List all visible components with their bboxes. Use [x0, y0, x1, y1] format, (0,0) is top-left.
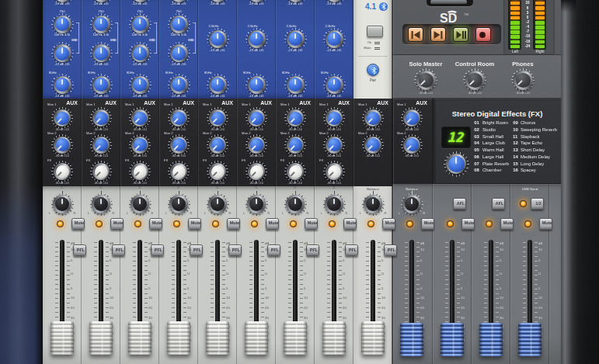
- strip-separator: [314, 0, 315, 364]
- mixer-front-panel: -15 dB +15750140 Hz 3.5kMID-15 dB +1580H…: [0, 0, 599, 364]
- super-channel-top-background: [353, 0, 392, 99]
- strip-separator: [549, 184, 550, 364]
- strip-separator: [120, 0, 121, 364]
- strip-separator: [236, 0, 238, 364]
- strip-separator: [432, 99, 434, 184]
- fx-panel-background: [434, 99, 561, 184]
- monitor-fx-divider: [392, 98, 561, 99]
- recorder-panel-background: [392, 0, 561, 56]
- strip-separator: [353, 0, 354, 364]
- super-channel-fader-background: [353, 186, 392, 364]
- right-bezel-top-shade: [561, 0, 576, 12]
- aux-section-background: [43, 99, 433, 186]
- strip-separator: [432, 184, 434, 364]
- right-side-bezel: [561, 0, 599, 364]
- strip-separator: [158, 0, 160, 364]
- channel-fader-section-background: [43, 186, 392, 364]
- monitor-panel-background: [392, 56, 561, 99]
- recorder-monitor-divider: [392, 54, 561, 56]
- strip-separator: [81, 0, 82, 364]
- strip-separator: [471, 184, 472, 364]
- strip-separator: [275, 0, 277, 364]
- fx-fader-divider: [433, 183, 561, 185]
- right-fader-section-background: [392, 184, 561, 364]
- strip-separator: [197, 0, 199, 364]
- strip-separator: [510, 184, 511, 364]
- strip-separator: [392, 0, 394, 364]
